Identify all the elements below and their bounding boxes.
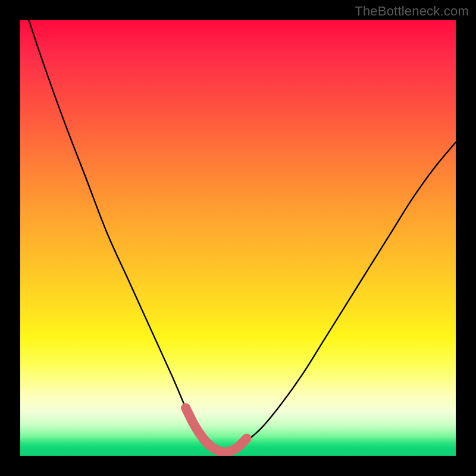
plot-area <box>20 20 456 456</box>
curve-svg <box>20 20 456 456</box>
bottleneck-curve <box>29 20 456 452</box>
watermark-text: TheBottleneck.com <box>355 4 469 19</box>
chart-frame: TheBottleneck.com <box>0 0 476 476</box>
optimal-range-highlight <box>186 408 246 452</box>
